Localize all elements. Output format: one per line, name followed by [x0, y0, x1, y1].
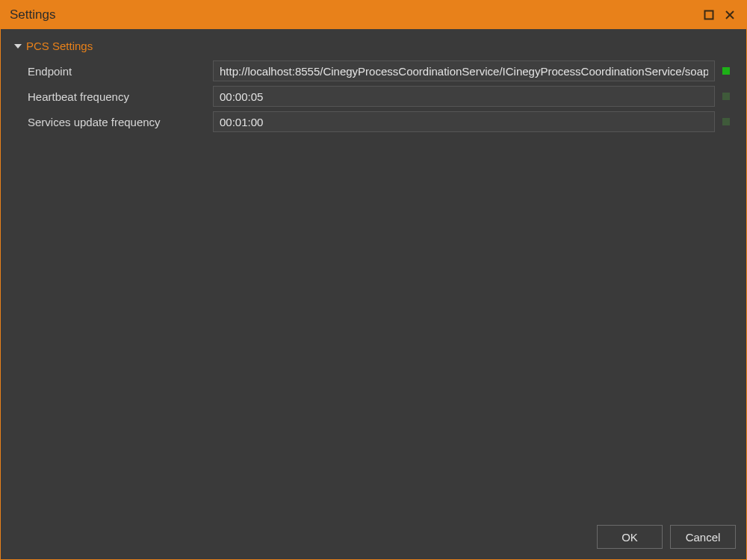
- section-header[interactable]: PCS Settings: [14, 40, 733, 52]
- row-endpoint: Endpoint: [10, 58, 733, 84]
- endpoint-input[interactable]: [213, 60, 715, 81]
- endpoint-status-indicator: [719, 67, 733, 75]
- maximize-button[interactable]: [700, 6, 718, 24]
- heartbeat-input[interactable]: [213, 86, 715, 107]
- footer: OK Cancel: [1, 520, 746, 559]
- status-icon: [722, 118, 730, 125]
- section-title: PCS Settings: [26, 40, 93, 52]
- services-update-label: Services update frequency: [28, 116, 213, 128]
- services-update-status-indicator: [719, 118, 733, 125]
- svg-marker-3: [14, 44, 22, 49]
- heartbeat-label: Heartbeat frequency: [28, 90, 213, 103]
- titlebar: Settings: [1, 1, 746, 29]
- heartbeat-status-indicator: [719, 93, 733, 100]
- row-services-update: Services update frequency: [10, 109, 733, 134]
- status-icon: [722, 67, 730, 75]
- collapse-icon: [14, 40, 22, 52]
- ok-button[interactable]: OK: [597, 525, 663, 549]
- window-title: Settings: [10, 7, 697, 22]
- row-heartbeat: Heartbeat frequency: [10, 84, 733, 109]
- content-area: PCS Settings Endpoint Heartbeat frequenc…: [1, 29, 746, 520]
- status-icon: [722, 93, 730, 100]
- close-icon: [725, 10, 735, 20]
- endpoint-label: Endpoint: [28, 65, 213, 78]
- cancel-button[interactable]: Cancel: [670, 525, 736, 549]
- services-update-input[interactable]: [213, 111, 715, 132]
- svg-rect-0: [705, 11, 713, 19]
- maximize-icon: [704, 10, 714, 20]
- close-button[interactable]: [721, 6, 739, 24]
